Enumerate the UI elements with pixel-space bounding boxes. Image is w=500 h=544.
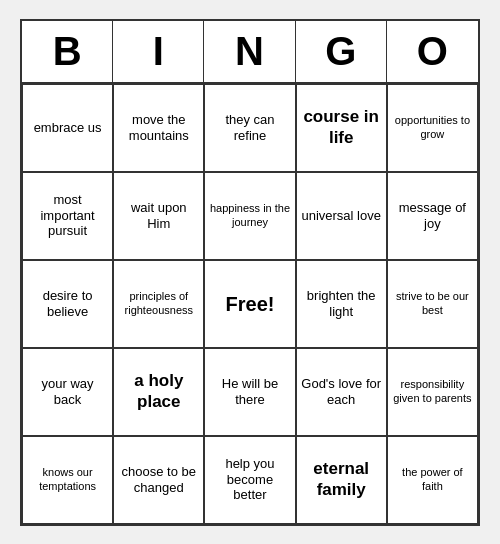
bingo-cell-8: universal love: [296, 172, 387, 260]
bingo-cell-16: a holy place: [113, 348, 204, 436]
header-letter-N: N: [204, 21, 295, 82]
bingo-cell-10: desire to believe: [22, 260, 113, 348]
bingo-grid: embrace usmove the mountainsthey can ref…: [22, 84, 478, 524]
bingo-cell-23: eternal family: [296, 436, 387, 524]
bingo-cell-20: knows our temptations: [22, 436, 113, 524]
bingo-cell-3: course in life: [296, 84, 387, 172]
bingo-cell-24: the power of faith: [387, 436, 478, 524]
bingo-cell-4: opportunities to grow: [387, 84, 478, 172]
bingo-cell-22: help you become better: [204, 436, 295, 524]
bingo-cell-19: responsibility given to parents: [387, 348, 478, 436]
header-letter-I: I: [113, 21, 204, 82]
bingo-cell-11: principles of righteousness: [113, 260, 204, 348]
bingo-cell-17: He will be there: [204, 348, 295, 436]
bingo-cell-9: message of joy: [387, 172, 478, 260]
bingo-cell-0: embrace us: [22, 84, 113, 172]
header-letter-O: O: [387, 21, 478, 82]
bingo-header: BINGO: [22, 21, 478, 84]
bingo-cell-2: they can refine: [204, 84, 295, 172]
bingo-cell-5: most important pursuit: [22, 172, 113, 260]
bingo-cell-14: strive to be our best: [387, 260, 478, 348]
bingo-cell-13: brighten the light: [296, 260, 387, 348]
bingo-cell-21: choose to be changed: [113, 436, 204, 524]
bingo-cell-18: God's love for each: [296, 348, 387, 436]
header-letter-B: B: [22, 21, 113, 82]
header-letter-G: G: [296, 21, 387, 82]
bingo-cell-7: happiness in the journey: [204, 172, 295, 260]
bingo-cell-15: your way back: [22, 348, 113, 436]
bingo-cell-6: wait upon Him: [113, 172, 204, 260]
bingo-cell-12: Free!: [204, 260, 295, 348]
bingo-cell-1: move the mountains: [113, 84, 204, 172]
bingo-card: BINGO embrace usmove the mountainsthey c…: [20, 19, 480, 526]
